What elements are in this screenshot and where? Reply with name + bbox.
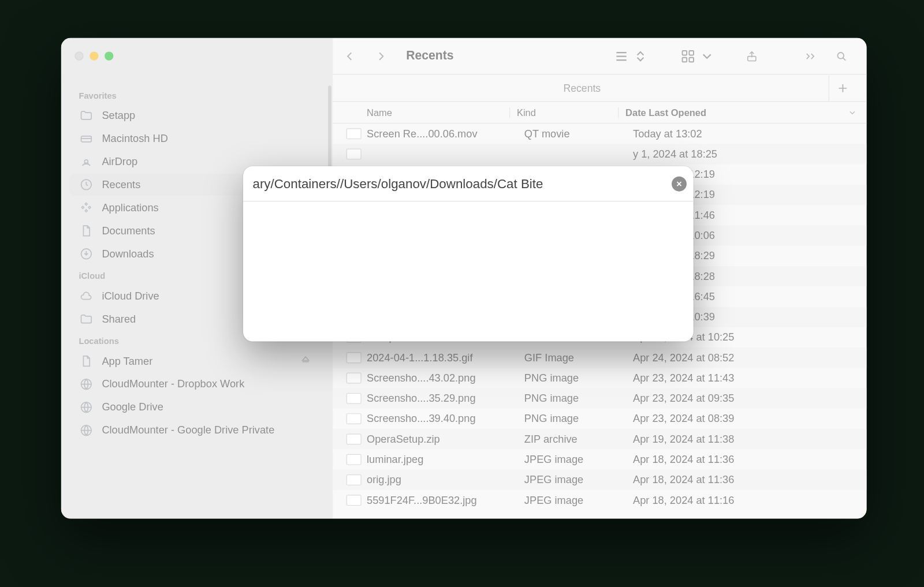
file-thumb-icon: [346, 128, 362, 139]
file-name: OperaSetup.zip: [367, 433, 524, 445]
close-button[interactable]: [74, 51, 83, 60]
sidebar-item-label: CloudMounter - Google Drive Private: [102, 424, 274, 436]
disk-icon: [79, 131, 94, 146]
svg-point-12: [837, 52, 844, 58]
sidebar-item-label: Recents: [102, 178, 140, 190]
file-thumb-icon: [346, 454, 362, 465]
file-kind: ZIP archive: [524, 433, 633, 445]
file-date: Apr 23, 2024 at 11:43: [633, 372, 867, 384]
file-thumb-icon: [346, 393, 362, 404]
table-row[interactable]: Screen Re....00.06.movQT movieToday at 1…: [333, 124, 866, 144]
file-thumb-icon: [346, 373, 362, 384]
file-date: Apr 18, 2024 at 11:36: [633, 474, 867, 486]
file-thumb-icon: [346, 474, 362, 485]
file-kind: PNG image: [524, 392, 633, 405]
goto-folder-input[interactable]: ary/Containers//Users/olganov/Downloads/…: [252, 176, 672, 191]
file-kind: QT movie: [524, 128, 633, 140]
table-row[interactable]: Screensho....43.02.pngPNG imageApr 23, 2…: [333, 368, 866, 388]
svg-rect-8: [689, 50, 694, 55]
sidebar-item-label: Applications: [102, 201, 158, 214]
file-date: Apr 23, 2024 at 08:39: [633, 413, 867, 425]
column-name[interactable]: Name: [367, 107, 509, 118]
file-thumb-icon: [346, 149, 362, 160]
table-row[interactable]: 2024-04-1...1.18.35.gifGIF ImageApr 24, …: [333, 347, 866, 368]
zoom-button[interactable]: [105, 51, 113, 60]
back-button[interactable]: [338, 44, 362, 68]
net-icon: [79, 423, 94, 438]
file-thumb-icon: [346, 433, 362, 444]
table-row[interactable]: 5591F24F...9B0E32.jpgJPEG imageApr 18, 2…: [333, 490, 866, 510]
sidebar-item-label: App Tamer: [102, 355, 152, 367]
file-kind: JPEG image: [524, 454, 633, 466]
net-icon: [79, 377, 94, 392]
file-name: Screensho....35.29.png: [367, 392, 524, 405]
group-by-button[interactable]: [680, 48, 714, 63]
add-criteria-button[interactable]: [829, 75, 856, 101]
section-favorites: Favorites: [65, 85, 326, 103]
file-name: 5591F24F...9B0E32.jpg: [367, 494, 524, 506]
doc-icon: [79, 223, 94, 238]
column-kind[interactable]: Kind: [509, 107, 618, 118]
view-list-button[interactable]: [614, 48, 648, 63]
file-name: luminar.jpeg: [367, 454, 524, 466]
share-button[interactable]: [740, 44, 763, 68]
goto-folder-popover: ary/Containers//Users/olganov/Downloads/…: [243, 166, 694, 341]
file-thumb-icon: [346, 495, 362, 506]
sidebar-item-app-tamer[interactable]: App Tamer: [69, 350, 322, 372]
file-name: 2024-04-1...1.18.35.gif: [367, 352, 524, 364]
toolbar: Recents: [333, 38, 866, 75]
sidebar-item-google-drive[interactable]: Google Drive: [69, 397, 322, 418]
svg-rect-0: [81, 136, 92, 142]
pathbar-label[interactable]: Recents: [346, 82, 818, 94]
table-row[interactable]: orig.jpgJPEG imageApr 18, 2024 at 11:36: [333, 470, 866, 490]
clock-icon: [79, 177, 94, 192]
sidebar-item-label: Documents: [102, 225, 155, 237]
table-row[interactable]: Screensho....35.29.pngPNG imageApr 23, 2…: [333, 388, 866, 409]
window-title: Recents: [406, 49, 453, 63]
sidebar-item-cloudmounter-google-drive-private[interactable]: CloudMounter - Google Drive Private: [69, 420, 322, 442]
net-icon: [79, 400, 94, 415]
file-date: Apr 18, 2024 at 11:16: [633, 494, 867, 506]
file-name: Screen Re....00.06.mov: [367, 128, 524, 140]
file-kind: JPEG image: [524, 494, 633, 506]
table-header: Name Kind Date Last Opened: [333, 102, 866, 124]
search-button[interactable]: [830, 44, 853, 68]
file-kind: GIF Image: [524, 352, 633, 364]
sidebar-item-label: Setapp: [102, 109, 135, 121]
sidebar-item-setapp[interactable]: Setapp: [69, 104, 322, 126]
sidebar-item-label: Shared: [102, 313, 136, 325]
table-row[interactable]: Screensho....39.40.pngPNG imageApr 23, 2…: [333, 409, 866, 429]
path-bar: Recents: [333, 74, 866, 102]
sidebar-item-label: CloudMounter - Dropbox Work: [102, 378, 244, 390]
file-date: Apr 23, 2024 at 09:35: [633, 392, 867, 405]
file-thumb-icon: [346, 413, 362, 424]
sidebar-item-macintosh-hd[interactable]: Macintosh HD: [69, 128, 322, 149]
overflow-button[interactable]: [799, 44, 822, 68]
file-name: Screensho....43.02.png: [367, 372, 524, 384]
sidebar-item-label: AirDrop: [102, 155, 137, 167]
minimize-button[interactable]: [90, 51, 98, 60]
apps-icon: [79, 200, 94, 215]
file-date: Apr 19, 2024 at 11:38: [633, 433, 867, 445]
file-date: Apr 18, 2024 at 11:36: [633, 454, 867, 466]
sidebar-item-label: Google Drive: [102, 401, 163, 413]
file-kind: PNG image: [524, 372, 633, 384]
table-row[interactable]: OperaSetup.zipZIP archiveApr 19, 2024 at…: [333, 429, 866, 449]
column-date-last-opened[interactable]: Date Last Opened: [618, 107, 866, 118]
folder-icon: [79, 108, 94, 123]
clear-input-button[interactable]: [672, 176, 687, 191]
table-row[interactable]: y 1, 2024 at 18:25: [333, 144, 866, 164]
file-name: Screensho....39.40.png: [367, 413, 524, 425]
download-icon: [79, 246, 94, 261]
sidebar-item-cloudmounter-dropbox-work[interactable]: CloudMounter - Dropbox Work: [69, 373, 322, 395]
file-name: orig.jpg: [367, 474, 524, 486]
file-date: Apr 24, 2024 at 08:52: [633, 352, 867, 364]
traffic-lights: [74, 51, 113, 60]
forward-button[interactable]: [370, 44, 393, 68]
svg-rect-10: [689, 57, 694, 62]
eject-icon[interactable]: [300, 355, 312, 367]
sidebar-item-label: iCloud Drive: [102, 290, 159, 302]
sort-chevron-down-icon: [848, 107, 857, 117]
file-thumb-icon: [346, 352, 362, 363]
table-row[interactable]: luminar.jpegJPEG imageApr 18, 2024 at 11…: [333, 450, 866, 470]
